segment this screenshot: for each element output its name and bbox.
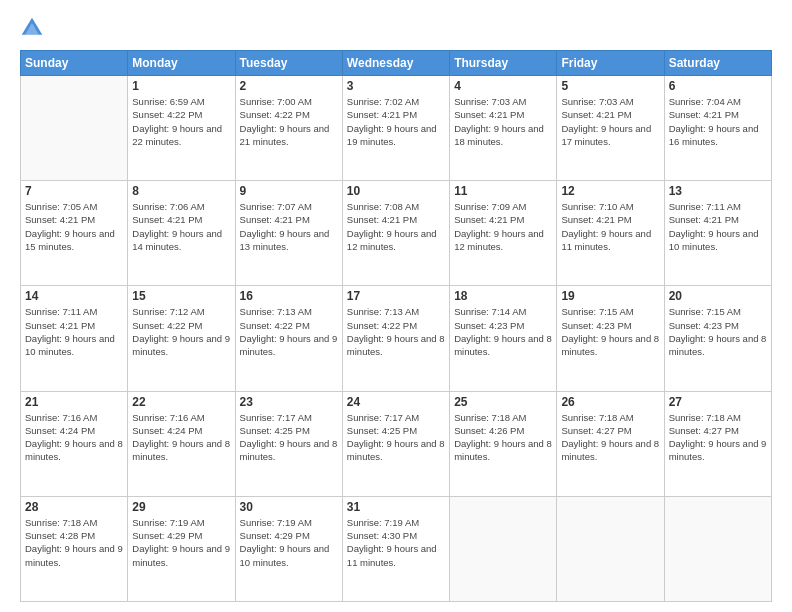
day-number: 2 xyxy=(240,79,338,93)
day-number: 3 xyxy=(347,79,445,93)
calendar-cell: 22Sunrise: 7:16 AM Sunset: 4:24 PM Dayli… xyxy=(128,391,235,496)
day-info: Sunrise: 7:16 AM Sunset: 4:24 PM Dayligh… xyxy=(25,411,123,464)
calendar-cell xyxy=(664,496,771,601)
day-info: Sunrise: 7:11 AM Sunset: 4:21 PM Dayligh… xyxy=(669,200,767,253)
day-number: 26 xyxy=(561,395,659,409)
day-number: 29 xyxy=(132,500,230,514)
calendar-weekday: Friday xyxy=(557,51,664,76)
calendar-weekday: Monday xyxy=(128,51,235,76)
calendar-week-row: 21Sunrise: 7:16 AM Sunset: 4:24 PM Dayli… xyxy=(21,391,772,496)
day-info: Sunrise: 7:00 AM Sunset: 4:22 PM Dayligh… xyxy=(240,95,338,148)
calendar-week-row: 1Sunrise: 6:59 AM Sunset: 4:22 PM Daylig… xyxy=(21,76,772,181)
day-info: Sunrise: 7:15 AM Sunset: 4:23 PM Dayligh… xyxy=(669,305,767,358)
calendar-header-row: SundayMondayTuesdayWednesdayThursdayFrid… xyxy=(21,51,772,76)
day-info: Sunrise: 7:14 AM Sunset: 4:23 PM Dayligh… xyxy=(454,305,552,358)
calendar-cell: 3Sunrise: 7:02 AM Sunset: 4:21 PM Daylig… xyxy=(342,76,449,181)
calendar-cell: 19Sunrise: 7:15 AM Sunset: 4:23 PM Dayli… xyxy=(557,286,664,391)
day-number: 13 xyxy=(669,184,767,198)
calendar-cell: 8Sunrise: 7:06 AM Sunset: 4:21 PM Daylig… xyxy=(128,181,235,286)
calendar-week-row: 7Sunrise: 7:05 AM Sunset: 4:21 PM Daylig… xyxy=(21,181,772,286)
day-number: 9 xyxy=(240,184,338,198)
header xyxy=(20,16,772,40)
day-info: Sunrise: 7:15 AM Sunset: 4:23 PM Dayligh… xyxy=(561,305,659,358)
calendar-cell: 23Sunrise: 7:17 AM Sunset: 4:25 PM Dayli… xyxy=(235,391,342,496)
day-number: 12 xyxy=(561,184,659,198)
calendar-cell xyxy=(557,496,664,601)
calendar-cell xyxy=(450,496,557,601)
day-info: Sunrise: 7:19 AM Sunset: 4:30 PM Dayligh… xyxy=(347,516,445,569)
calendar-cell: 30Sunrise: 7:19 AM Sunset: 4:29 PM Dayli… xyxy=(235,496,342,601)
day-info: Sunrise: 7:18 AM Sunset: 4:27 PM Dayligh… xyxy=(561,411,659,464)
day-info: Sunrise: 7:09 AM Sunset: 4:21 PM Dayligh… xyxy=(454,200,552,253)
day-number: 10 xyxy=(347,184,445,198)
logo xyxy=(20,16,48,40)
day-info: Sunrise: 7:13 AM Sunset: 4:22 PM Dayligh… xyxy=(240,305,338,358)
calendar-cell: 28Sunrise: 7:18 AM Sunset: 4:28 PM Dayli… xyxy=(21,496,128,601)
day-number: 15 xyxy=(132,289,230,303)
day-number: 30 xyxy=(240,500,338,514)
calendar-cell: 25Sunrise: 7:18 AM Sunset: 4:26 PM Dayli… xyxy=(450,391,557,496)
calendar-weekday: Thursday xyxy=(450,51,557,76)
day-number: 7 xyxy=(25,184,123,198)
day-number: 27 xyxy=(669,395,767,409)
calendar-cell: 24Sunrise: 7:17 AM Sunset: 4:25 PM Dayli… xyxy=(342,391,449,496)
calendar-cell: 12Sunrise: 7:10 AM Sunset: 4:21 PM Dayli… xyxy=(557,181,664,286)
day-number: 22 xyxy=(132,395,230,409)
day-number: 17 xyxy=(347,289,445,303)
calendar-cell: 10Sunrise: 7:08 AM Sunset: 4:21 PM Dayli… xyxy=(342,181,449,286)
calendar-cell: 16Sunrise: 7:13 AM Sunset: 4:22 PM Dayli… xyxy=(235,286,342,391)
day-number: 6 xyxy=(669,79,767,93)
day-info: Sunrise: 7:07 AM Sunset: 4:21 PM Dayligh… xyxy=(240,200,338,253)
day-number: 31 xyxy=(347,500,445,514)
day-info: Sunrise: 7:03 AM Sunset: 4:21 PM Dayligh… xyxy=(454,95,552,148)
calendar-cell: 20Sunrise: 7:15 AM Sunset: 4:23 PM Dayli… xyxy=(664,286,771,391)
calendar-weekday: Wednesday xyxy=(342,51,449,76)
calendar-cell: 7Sunrise: 7:05 AM Sunset: 4:21 PM Daylig… xyxy=(21,181,128,286)
calendar-cell: 2Sunrise: 7:00 AM Sunset: 4:22 PM Daylig… xyxy=(235,76,342,181)
day-info: Sunrise: 7:10 AM Sunset: 4:21 PM Dayligh… xyxy=(561,200,659,253)
calendar-cell: 4Sunrise: 7:03 AM Sunset: 4:21 PM Daylig… xyxy=(450,76,557,181)
calendar-cell: 5Sunrise: 7:03 AM Sunset: 4:21 PM Daylig… xyxy=(557,76,664,181)
calendar-week-row: 28Sunrise: 7:18 AM Sunset: 4:28 PM Dayli… xyxy=(21,496,772,601)
day-number: 16 xyxy=(240,289,338,303)
calendar-cell: 29Sunrise: 7:19 AM Sunset: 4:29 PM Dayli… xyxy=(128,496,235,601)
day-info: Sunrise: 7:17 AM Sunset: 4:25 PM Dayligh… xyxy=(347,411,445,464)
day-number: 19 xyxy=(561,289,659,303)
day-info: Sunrise: 7:03 AM Sunset: 4:21 PM Dayligh… xyxy=(561,95,659,148)
day-info: Sunrise: 7:08 AM Sunset: 4:21 PM Dayligh… xyxy=(347,200,445,253)
day-number: 24 xyxy=(347,395,445,409)
calendar-cell: 31Sunrise: 7:19 AM Sunset: 4:30 PM Dayli… xyxy=(342,496,449,601)
day-number: 5 xyxy=(561,79,659,93)
day-number: 28 xyxy=(25,500,123,514)
calendar-cell: 27Sunrise: 7:18 AM Sunset: 4:27 PM Dayli… xyxy=(664,391,771,496)
calendar-cell: 18Sunrise: 7:14 AM Sunset: 4:23 PM Dayli… xyxy=(450,286,557,391)
day-number: 8 xyxy=(132,184,230,198)
day-number: 4 xyxy=(454,79,552,93)
calendar-cell: 6Sunrise: 7:04 AM Sunset: 4:21 PM Daylig… xyxy=(664,76,771,181)
calendar-cell: 13Sunrise: 7:11 AM Sunset: 4:21 PM Dayli… xyxy=(664,181,771,286)
calendar-cell: 26Sunrise: 7:18 AM Sunset: 4:27 PM Dayli… xyxy=(557,391,664,496)
day-info: Sunrise: 7:17 AM Sunset: 4:25 PM Dayligh… xyxy=(240,411,338,464)
day-number: 18 xyxy=(454,289,552,303)
day-info: Sunrise: 7:16 AM Sunset: 4:24 PM Dayligh… xyxy=(132,411,230,464)
day-info: Sunrise: 7:13 AM Sunset: 4:22 PM Dayligh… xyxy=(347,305,445,358)
calendar-table: SundayMondayTuesdayWednesdayThursdayFrid… xyxy=(20,50,772,602)
day-number: 20 xyxy=(669,289,767,303)
day-info: Sunrise: 7:18 AM Sunset: 4:26 PM Dayligh… xyxy=(454,411,552,464)
day-info: Sunrise: 7:19 AM Sunset: 4:29 PM Dayligh… xyxy=(132,516,230,569)
calendar-week-row: 14Sunrise: 7:11 AM Sunset: 4:21 PM Dayli… xyxy=(21,286,772,391)
day-info: Sunrise: 7:18 AM Sunset: 4:28 PM Dayligh… xyxy=(25,516,123,569)
calendar-cell xyxy=(21,76,128,181)
day-number: 1 xyxy=(132,79,230,93)
day-info: Sunrise: 7:02 AM Sunset: 4:21 PM Dayligh… xyxy=(347,95,445,148)
logo-icon xyxy=(20,16,44,40)
calendar-cell: 15Sunrise: 7:12 AM Sunset: 4:22 PM Dayli… xyxy=(128,286,235,391)
day-info: Sunrise: 7:12 AM Sunset: 4:22 PM Dayligh… xyxy=(132,305,230,358)
day-info: Sunrise: 7:19 AM Sunset: 4:29 PM Dayligh… xyxy=(240,516,338,569)
day-number: 11 xyxy=(454,184,552,198)
calendar-weekday: Sunday xyxy=(21,51,128,76)
calendar-cell: 14Sunrise: 7:11 AM Sunset: 4:21 PM Dayli… xyxy=(21,286,128,391)
day-number: 21 xyxy=(25,395,123,409)
day-info: Sunrise: 7:06 AM Sunset: 4:21 PM Dayligh… xyxy=(132,200,230,253)
day-info: Sunrise: 7:11 AM Sunset: 4:21 PM Dayligh… xyxy=(25,305,123,358)
